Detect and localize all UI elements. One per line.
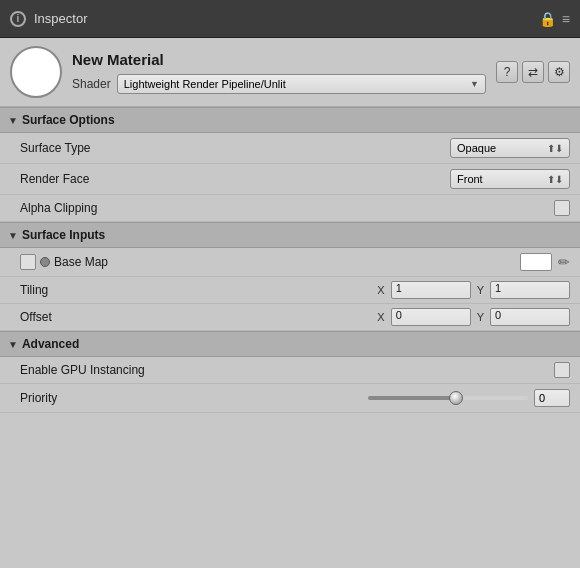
priority-slider-container: 0 <box>368 389 570 407</box>
tiling-label: Tiling <box>20 283 377 297</box>
tiling-x-input[interactable]: 1 <box>391 281 471 299</box>
render-face-row: Render Face Front ⬆⬇ <box>0 164 580 195</box>
alpha-clipping-checkbox[interactable] <box>554 200 570 216</box>
priority-row: Priority 0 <box>0 384 580 413</box>
surface-type-label: Surface Type <box>20 141 450 155</box>
surface-inputs-area: Base Map ✏ Tiling X 1 Y 1 Offset X 0 <box>0 248 580 331</box>
offset-y-input[interactable]: 0 <box>490 308 570 326</box>
inspector-window: i Inspector 🔒 ≡ New Material Shader Ligh… <box>0 0 580 568</box>
advanced-title: Advanced <box>22 337 79 351</box>
priority-slider-thumb <box>449 391 463 405</box>
tiling-y-input[interactable]: 1 <box>490 281 570 299</box>
basemap-color-swatch[interactable] <box>520 253 552 271</box>
offset-row: Offset X 0 Y 0 <box>0 304 580 331</box>
material-header-icons: ? ⇄ ⚙ <box>496 61 570 83</box>
gpu-instancing-row: Enable GPU Instancing <box>0 357 580 384</box>
surface-options-header[interactable]: ▼ Surface Options <box>0 107 580 133</box>
settings-icon-btn[interactable]: ⚙ <box>548 61 570 83</box>
material-preview <box>10 46 62 98</box>
basemap-row: Base Map ✏ <box>0 248 580 277</box>
surface-type-dropdown[interactable]: Opaque ⬆⬇ <box>450 138 570 158</box>
surface-type-arrow: ⬆⬇ <box>547 143 563 154</box>
title-bar-title: Inspector <box>34 11 539 26</box>
material-name: New Material <box>72 51 486 68</box>
surface-type-value: Opaque <box>457 142 496 154</box>
offset-label: Offset <box>20 310 377 324</box>
priority-slider[interactable] <box>368 396 528 400</box>
surface-type-control: Opaque ⬆⬇ <box>450 138 570 158</box>
header-icon-row: ? ⇄ ⚙ <box>496 61 570 83</box>
basemap-checkbox[interactable] <box>20 254 36 270</box>
surface-inputs-arrow: ▼ <box>8 230 18 241</box>
help-icon-btn[interactable]: ? <box>496 61 518 83</box>
material-info: New Material Shader Lightweight Render P… <box>72 51 486 94</box>
offset-x-input[interactable]: 0 <box>391 308 471 326</box>
gpu-instancing-checkbox[interactable] <box>554 362 570 378</box>
surface-options-title: Surface Options <box>22 113 115 127</box>
material-shader-row: Shader Lightweight Render Pipeline/Unlit… <box>72 74 486 94</box>
alpha-clipping-row: Alpha Clipping <box>0 195 580 222</box>
shader-dropdown[interactable]: Lightweight Render Pipeline/Unlit ▼ <box>117 74 486 94</box>
pencil-icon[interactable]: ✏ <box>558 254 570 270</box>
layout-icon-btn[interactable]: ⇄ <box>522 61 544 83</box>
shader-value: Lightweight Render Pipeline/Unlit <box>124 78 286 90</box>
render-face-control: Front ⬆⬇ <box>450 169 570 189</box>
title-bar-actions: 🔒 ≡ <box>539 11 570 27</box>
render-face-dropdown[interactable]: Front ⬆⬇ <box>450 169 570 189</box>
tiling-x-label: X <box>377 284 384 296</box>
render-face-label: Render Face <box>20 172 450 186</box>
menu-icon[interactable]: ≡ <box>562 11 570 27</box>
shader-dropdown-arrow: ▼ <box>470 79 479 89</box>
priority-label: Priority <box>20 391 368 405</box>
inspector-content: New Material Shader Lightweight Render P… <box>0 38 580 568</box>
alpha-clipping-control <box>554 200 570 216</box>
surface-options-arrow: ▼ <box>8 115 18 126</box>
offset-y-label: Y <box>477 311 484 323</box>
advanced-header[interactable]: ▼ Advanced <box>0 331 580 357</box>
basemap-label: Base Map <box>54 255 520 269</box>
priority-value[interactable]: 0 <box>534 389 570 407</box>
surface-inputs-title: Surface Inputs <box>22 228 105 242</box>
lock-icon[interactable]: 🔒 <box>539 11 556 27</box>
render-face-value: Front <box>457 173 483 185</box>
surface-type-row: Surface Type Opaque ⬆⬇ <box>0 133 580 164</box>
advanced-arrow: ▼ <box>8 339 18 350</box>
render-face-arrow: ⬆⬇ <box>547 174 563 185</box>
offset-xy-inputs: X 0 Y 0 <box>377 308 570 326</box>
surface-inputs-header[interactable]: ▼ Surface Inputs <box>0 222 580 248</box>
advanced-area: Enable GPU Instancing Priority 0 <box>0 357 580 413</box>
tiling-xy-inputs: X 1 Y 1 <box>377 281 570 299</box>
tiling-y-label: Y <box>477 284 484 296</box>
title-bar: i Inspector 🔒 ≡ <box>0 0 580 38</box>
alpha-clipping-label: Alpha Clipping <box>20 201 554 215</box>
surface-options-properties: Surface Type Opaque ⬆⬇ Render Face Front… <box>0 133 580 222</box>
shader-label: Shader <box>72 77 111 91</box>
basemap-dot-icon <box>40 257 50 267</box>
material-header: New Material Shader Lightweight Render P… <box>0 38 580 107</box>
offset-x-label: X <box>377 311 384 323</box>
info-icon: i <box>10 11 26 27</box>
tiling-row: Tiling X 1 Y 1 <box>0 277 580 304</box>
gpu-instancing-label: Enable GPU Instancing <box>20 363 554 377</box>
